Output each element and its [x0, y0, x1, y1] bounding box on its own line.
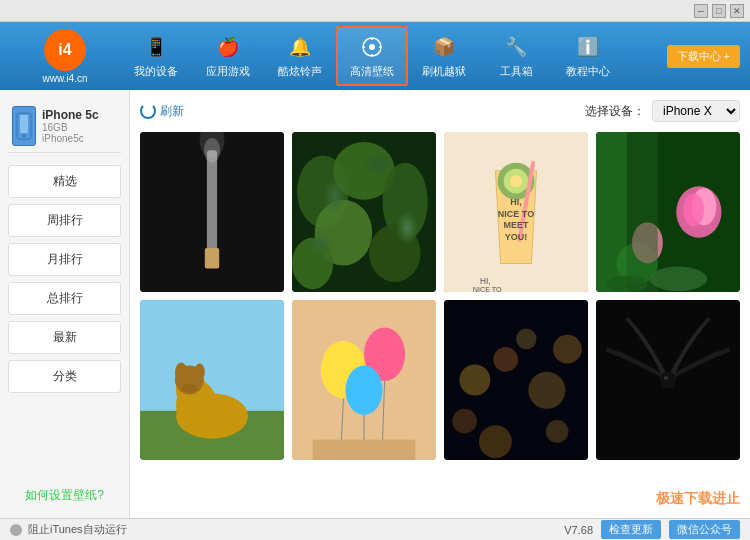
svg-point-59: [546, 420, 569, 443]
nav-label-tutorials: 教程中心: [566, 64, 610, 79]
nav-item-my-device[interactable]: 📱 我的设备: [120, 26, 192, 86]
wallpaper-item-2[interactable]: [292, 132, 436, 292]
refresh-label: 刷新: [160, 103, 184, 120]
wallpaper-item-4[interactable]: [596, 132, 740, 292]
svg-point-56: [553, 335, 582, 364]
refresh-button[interactable]: 刷新: [140, 103, 184, 120]
tools-icon: 🔧: [502, 33, 530, 61]
svg-rect-6: [207, 150, 217, 253]
check-update-button[interactable]: 检查更新: [601, 520, 661, 539]
nav-label-tools: 工具箱: [500, 64, 533, 79]
device-select-dropdown[interactable]: iPhone X iPhone 5c iPhone 8: [652, 100, 740, 122]
svg-point-14: [315, 200, 373, 266]
logo-text: www.i4.cn: [42, 73, 87, 84]
nav-bar: i4 www.i4.cn 📱 我的设备 🍎 应用游戏 🔔 酷炫铃声 高清壁纸: [0, 22, 750, 90]
nav-item-tutorials[interactable]: ℹ️ 教程中心: [552, 26, 624, 86]
svg-text:NICE TO: NICE TO: [473, 285, 502, 292]
device-name: iPhone 5c: [42, 108, 117, 122]
main-layout: iPhone 5c 16GB iPhone5c 精选 周排行 月排行 总排行 最…: [0, 90, 750, 518]
wallpaper-item-7[interactable]: [444, 300, 588, 460]
wallpaper-grid: HI, NICE TO HI,NICE TOMEETYOU!: [140, 132, 740, 460]
jailbreak-icon: 📦: [430, 33, 458, 61]
svg-point-41: [195, 364, 205, 380]
nav-label-my-device: 我的设备: [134, 64, 178, 79]
wallpaper-item-6[interactable]: [292, 300, 436, 460]
svg-point-62: [664, 376, 668, 380]
nav-item-ringtones[interactable]: 🔔 酷炫铃声: [264, 26, 336, 86]
wechat-button[interactable]: 微信公众号: [669, 520, 740, 539]
menu-btn-latest[interactable]: 最新: [8, 321, 121, 354]
svg-point-4: [23, 135, 26, 138]
tutorials-icon: ℹ️: [574, 33, 602, 61]
bottom-bar: 阻止iTunes自动运行 V7.68 检查更新 微信公众号: [0, 518, 750, 540]
wallpaper-item-3[interactable]: HI, NICE TO HI,NICE TOMEETYOU!: [444, 132, 588, 292]
nav-item-wallpapers[interactable]: 高清壁纸: [336, 26, 408, 86]
menu-btn-featured[interactable]: 精选: [8, 165, 121, 198]
device-details: iPhone 5c 16GB iPhone5c: [42, 108, 117, 144]
svg-point-57: [452, 409, 477, 434]
wallpaper-item-1[interactable]: [140, 132, 284, 292]
menu-btn-monthly[interactable]: 月排行: [8, 243, 121, 276]
svg-point-12: [333, 142, 395, 200]
wallpaper-item-8[interactable]: [596, 300, 740, 460]
close-button[interactable]: ✕: [730, 4, 744, 18]
svg-point-11: [297, 155, 348, 227]
nav-label-wallpapers: 高清壁纸: [350, 64, 394, 79]
minimize-button[interactable]: ─: [694, 4, 708, 18]
svg-point-61: [660, 372, 676, 388]
content-header: 刷新 选择设备： iPhone X iPhone 5c iPhone 8: [140, 100, 740, 122]
nav-items: 📱 我的设备 🍎 应用游戏 🔔 酷炫铃声 高清壁纸 📦 刷机越狱: [120, 26, 624, 86]
device-select-label: 选择设备：: [585, 104, 645, 118]
nav-label-jailbreak: 刷机越狱: [422, 64, 466, 79]
svg-point-42: [181, 384, 197, 392]
logo-icon: i4: [44, 29, 86, 71]
nav-item-apps-games[interactable]: 🍎 应用游戏: [192, 26, 264, 86]
svg-point-1: [369, 44, 375, 50]
nav-item-tools[interactable]: 🔧 工具箱: [480, 26, 552, 86]
svg-point-55: [516, 329, 537, 350]
bottom-left: 阻止iTunes自动运行: [10, 522, 127, 537]
svg-rect-31: [596, 132, 627, 292]
svg-point-58: [479, 425, 512, 458]
svg-point-16: [292, 238, 333, 289]
svg-rect-3: [20, 115, 28, 133]
svg-point-28: [683, 193, 704, 226]
ringtones-icon: 🔔: [286, 33, 314, 61]
menu-btn-all-time[interactable]: 总排行: [8, 282, 121, 315]
window-controls: ─ □ ✕: [694, 4, 744, 18]
svg-point-40: [175, 363, 187, 384]
set-wallpaper-link[interactable]: 如何设置壁纸?: [8, 483, 121, 508]
svg-point-20: [510, 175, 522, 187]
content-area: 刷新 选择设备： iPhone X iPhone 5c iPhone 8: [130, 90, 750, 518]
menu-btn-weekly[interactable]: 周排行: [8, 204, 121, 237]
sidebar: iPhone 5c 16GB iPhone5c 精选 周排行 月排行 总排行 最…: [0, 90, 130, 518]
svg-point-53: [493, 347, 518, 372]
device-select-area: 选择设备： iPhone X iPhone 5c iPhone 8: [585, 100, 740, 122]
apps-games-icon: 🍎: [214, 33, 242, 61]
nav-label-apps-games: 应用游戏: [206, 64, 250, 79]
svg-rect-7: [205, 248, 219, 269]
logo-area: i4 www.i4.cn: [10, 29, 120, 84]
svg-point-15: [369, 224, 420, 282]
wallpaper-item-5[interactable]: [140, 300, 284, 460]
nav-right: 下载中心 +: [624, 45, 740, 68]
svg-point-13: [383, 163, 428, 241]
svg-point-54: [528, 372, 565, 409]
device-info: iPhone 5c 16GB iPhone5c: [8, 100, 121, 153]
itunes-circle: [10, 524, 22, 536]
wallpapers-icon: [358, 33, 386, 61]
itunes-label: 阻止iTunes自动运行: [28, 522, 127, 537]
menu-btn-category[interactable]: 分类: [8, 360, 121, 393]
maximize-button[interactable]: □: [712, 4, 726, 18]
title-bar: ─ □ ✕: [0, 0, 750, 22]
svg-point-52: [459, 365, 490, 396]
nav-label-ringtones: 酷炫铃声: [278, 64, 322, 79]
device-storage: 16GB: [42, 122, 117, 133]
nav-item-jailbreak[interactable]: 📦 刷机越狱: [408, 26, 480, 86]
bottom-right: V7.68 检查更新 微信公众号: [564, 520, 740, 539]
refresh-icon: [140, 103, 156, 119]
download-center-button[interactable]: 下载中心 +: [667, 45, 740, 68]
device-id: iPhone5c: [42, 133, 117, 144]
svg-point-32: [649, 267, 707, 292]
svg-rect-10: [292, 132, 436, 292]
